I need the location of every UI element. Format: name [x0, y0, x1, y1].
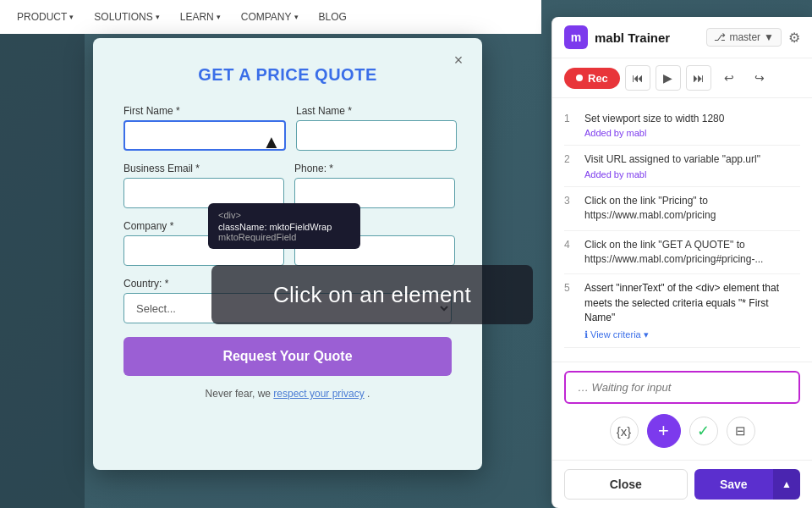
step-text-2: Visit URL assigned to variable "app.url": [584, 152, 760, 167]
nav-blog[interactable]: BLOG: [319, 11, 347, 23]
code-action-button[interactable]: {x}: [610, 417, 639, 445]
email-phone-row: Business Email * Phone: *: [123, 163, 452, 208]
plus-icon: +: [658, 420, 669, 442]
step-item-4: 4 Click on the link "GET A QUOTE" to htt…: [564, 231, 800, 275]
step-number-2: 2: [564, 152, 576, 179]
branch-icon: ⎇: [714, 31, 726, 43]
request-quote-button[interactable]: Request Your Quote: [123, 337, 452, 376]
last-name-input[interactable]: [296, 120, 457, 151]
last-name-label: Last Name *: [296, 105, 457, 117]
record-button[interactable]: Rec: [564, 68, 620, 89]
modal-close-button[interactable]: ×: [448, 50, 469, 70]
step-text-3: Click on the link "Pricing" to https://w…: [584, 194, 800, 224]
step-text-4: Click on the link "GET A QUOTE" to https…: [584, 238, 800, 268]
first-name-group: First Name *: [123, 105, 286, 151]
view-criteria-link[interactable]: ℹ View criteria ▾: [584, 329, 800, 340]
business-email-group: Business Email *: [123, 163, 284, 208]
step-text-1: Set viewport size to width 1280: [584, 112, 724, 126]
name-row: First Name * Last Name *: [123, 105, 452, 151]
tooltip-line3: mktoRequiredField: [218, 232, 350, 242]
mabl-toolbar: Rec ⏮ ▶ ⏭ ↩ ↪: [552, 58, 812, 98]
nav-learn[interactable]: LEARN ▾: [180, 11, 221, 23]
nav-product[interactable]: PRODUCT ▾: [17, 11, 74, 23]
modal-title: GET A PRICE QUOTE: [123, 65, 452, 85]
play-button[interactable]: ▶: [656, 65, 681, 91]
waiting-input[interactable]: [564, 371, 800, 404]
redo-button[interactable]: ↪: [747, 65, 772, 91]
phone-label: Phone: *: [294, 163, 455, 174]
input-area: {x} + ✓ ⊟: [552, 362, 812, 460]
background-nav: PRODUCT ▾ SOLUTIONS ▾ LEARN ▾ COMPANY ▾ …: [0, 0, 541, 34]
tooltip-line2: className: mktoFieldWrap: [218, 222, 350, 232]
info-icon: ℹ: [584, 329, 588, 340]
branch-button[interactable]: ⎇ master ▼: [706, 28, 782, 47]
sliders-action-button[interactable]: ⊟: [727, 417, 755, 445]
save-arrow-button[interactable]: ▲: [773, 469, 800, 500]
steps-list: 1 Set viewport size to width 1280 Added …: [552, 98, 812, 362]
business-email-label: Business Email *: [123, 163, 284, 174]
mabl-title: mabl Trainer: [595, 30, 700, 45]
sliders-icon: ⊟: [735, 423, 746, 439]
undo-button[interactable]: ↩: [716, 65, 742, 91]
step-number-4: 4: [564, 238, 576, 268]
view-criteria-caret-icon: ▾: [644, 329, 649, 340]
check-action-button[interactable]: ✓: [689, 417, 718, 445]
mabl-header: m mabl Trainer ⎇ master ▼ ⚙: [552, 17, 812, 58]
branch-label: master: [729, 31, 760, 43]
element-tooltip: <div> className: mktoFieldWrap mktoRequi…: [208, 203, 360, 249]
step-number-5: 5: [564, 281, 576, 340]
step-added-1: Added by mabl: [584, 128, 724, 138]
mabl-logo: m: [564, 25, 588, 49]
check-icon: ✓: [697, 422, 710, 440]
close-button[interactable]: Close: [564, 469, 688, 500]
step-item-1: 1 Set viewport size to width 1280 Added …: [564, 105, 800, 146]
privacy-link[interactable]: respect your privacy: [273, 388, 364, 400]
save-button[interactable]: Save: [694, 469, 774, 500]
step-added-2: Added by mabl: [584, 169, 760, 179]
code-icon: {x}: [617, 424, 632, 439]
phone-group: Phone: *: [294, 163, 455, 208]
step-item-2: 2 Visit URL assigned to variable "app.ur…: [564, 146, 800, 186]
back-button[interactable]: ⏮: [625, 65, 650, 91]
step-item-3: 3 Click on the link "Pricing" to https:/…: [564, 187, 800, 231]
branch-caret-icon: ▼: [764, 31, 774, 43]
first-name-label: First Name *: [123, 105, 286, 117]
rec-dot-icon: [576, 75, 583, 81]
first-name-input[interactable]: [123, 120, 286, 151]
tooltip-line1: <div>: [218, 210, 350, 220]
step-item-5: 5 Assert "innerText" of the <div> elemen…: [564, 274, 800, 347]
view-criteria-label: View criteria: [590, 329, 641, 340]
action-row: {x} + ✓ ⊟: [564, 411, 800, 455]
step-text-5: Assert "innerText" of the <div> element …: [584, 281, 800, 325]
privacy-text: Never fear, we respect your privacy .: [123, 388, 452, 400]
click-text: Click on an element: [273, 282, 471, 308]
panel-footer: Close Save ▲: [552, 460, 812, 508]
background-sidebar: [0, 34, 85, 508]
rec-label: Rec: [588, 72, 608, 85]
price-quote-modal: × GET A PRICE QUOTE First Name * Last Na…: [93, 38, 482, 470]
click-overlay: Click on an element: [211, 265, 533, 324]
settings-button[interactable]: ⚙: [788, 30, 800, 46]
step-number-3: 3: [564, 194, 576, 224]
last-name-group: Last Name *: [296, 105, 457, 151]
nav-solutions[interactable]: SOLUTIONS ▾: [94, 11, 159, 23]
save-button-group: Save ▲: [694, 469, 801, 500]
forward-button[interactable]: ⏭: [686, 65, 711, 91]
nav-company[interactable]: COMPANY ▾: [241, 11, 299, 23]
mabl-trainer-panel: m mabl Trainer ⎇ master ▼ ⚙ Rec ⏮ ▶ ⏭ ↩ …: [551, 17, 812, 508]
step-number-1: 1: [564, 112, 576, 138]
add-action-button[interactable]: +: [647, 414, 681, 448]
